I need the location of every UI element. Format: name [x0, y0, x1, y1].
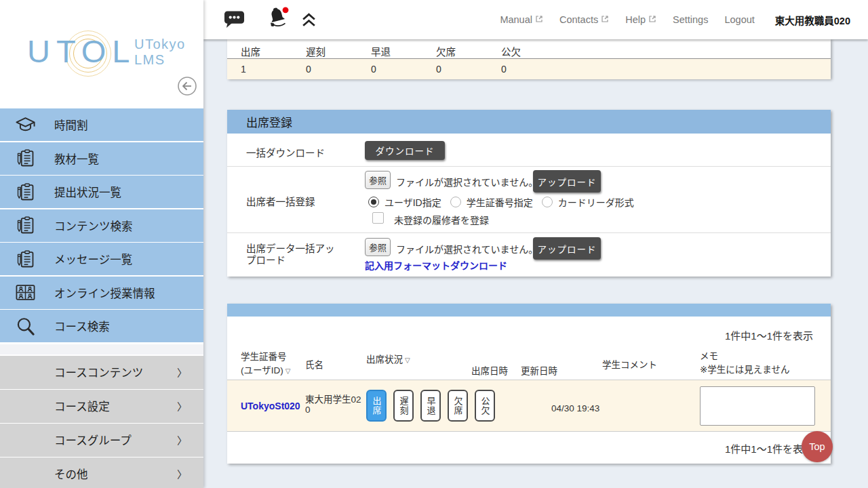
- sidebar-item-course-search[interactable]: コース検索: [0, 310, 203, 342]
- register-unenrolled-label: 未登録の履修者を登録: [394, 213, 489, 226]
- help-link[interactable]: Help: [625, 14, 656, 25]
- sidebar-item-online-class-info[interactable]: オンライン授業情報: [0, 277, 203, 309]
- utol-logo: UTOL UTokyo LMS: [0, 0, 203, 107]
- manual-link[interactable]: Manual: [500, 14, 543, 25]
- help-link-label: Help: [625, 14, 646, 25]
- sidebar-item-message-list[interactable]: メッセージ一覧: [0, 243, 203, 275]
- sidebar-item-label: オンライン授業情報: [54, 285, 155, 301]
- update-timestamp: 04/30 19:43: [551, 403, 606, 413]
- radio-unselected-icon: [450, 197, 461, 207]
- attendee-bulk-register-label: 出席者一括登録: [246, 194, 315, 208]
- radio-user-id[interactable]: ユーザID指定: [368, 195, 441, 209]
- sidebar-group-course-group[interactable]: コースグループ 〉: [0, 424, 203, 457]
- chevron-right-icon: 〉: [177, 433, 187, 447]
- radio-unselected-icon: [542, 197, 553, 207]
- memo-textarea[interactable]: [700, 386, 815, 426]
- sidebar-item-materials[interactable]: 教材一覧: [0, 142, 203, 175]
- row-divider: [227, 166, 831, 167]
- summary-header-late: 遅刻: [306, 44, 326, 58]
- attendance-registration-section: 出席登録 一括ダウンロード ダウンロード 出席者一括登録 参照 ファイルが選択さ…: [227, 110, 831, 277]
- messages-button[interactable]: [224, 9, 245, 30]
- upload-attendance-data-button[interactable]: アップロード: [533, 237, 601, 260]
- column-header-memo: メモ ※学生には見えません: [700, 348, 789, 375]
- clipboard-icon: [14, 249, 37, 270]
- status-button-absent[interactable]: 欠席: [448, 390, 468, 422]
- summary-value-present: 1: [241, 64, 246, 75]
- summary-header-absent: 欠席: [436, 44, 456, 58]
- search-icon: [14, 315, 37, 338]
- format-download-link[interactable]: 記入用フォーマットダウンロード: [365, 258, 507, 272]
- notifications-button[interactable]: [266, 5, 292, 33]
- bulk-download-label: 一括ダウンロード: [246, 145, 325, 159]
- chevron-right-icon: 〉: [177, 467, 187, 481]
- id-format-radio-group: ユーザID指定 学生証番号指定 カードリーダ形式: [368, 195, 634, 209]
- chevron-right-icon: 〉: [177, 365, 187, 380]
- contacts-link[interactable]: Contacts: [559, 14, 609, 25]
- radio-label: 学生証番号指定: [467, 195, 533, 209]
- register-unenrolled-checkbox[interactable]: [372, 212, 384, 224]
- radio-selected-icon: [368, 197, 379, 207]
- scroll-to-top-button[interactable]: Top: [802, 431, 833, 462]
- summary-header-present: 出席: [241, 44, 260, 58]
- status-button-early-leave[interactable]: 早退: [420, 390, 441, 422]
- sidebar-item-label: コンテンツ検索: [54, 218, 133, 234]
- summary-header-early-leave: 早退: [371, 44, 391, 58]
- sidebar-item-content-search[interactable]: コンテンツ検索: [0, 209, 203, 242]
- table-row: UTokyoSt020 東大用学生020 出席 遅刻 早退 欠席 公欠 04/3…: [227, 380, 831, 432]
- sidebar-group-course-contents[interactable]: コースコンテンツ 〉: [0, 356, 203, 389]
- radio-card-reader-format[interactable]: カードリーダ形式: [542, 195, 634, 209]
- logout-link[interactable]: Logout: [724, 14, 754, 25]
- sidebar-item-timetable[interactable]: 時間割: [0, 108, 203, 141]
- summary-value-excused: 0: [501, 64, 507, 75]
- column-header-student-comment: 学生コメント: [602, 357, 657, 371]
- summary-value-early-leave: 0: [371, 64, 376, 75]
- column-header-attend-time: 出席日時: [471, 363, 508, 377]
- sidebar-item-label: 時間割: [54, 117, 88, 133]
- sidebar-group-course-settings[interactable]: コース設定 〉: [0, 390, 203, 423]
- column-header-name: 氏名: [305, 357, 323, 371]
- status-button-late[interactable]: 遅刻: [393, 390, 414, 422]
- column-header-status[interactable]: 出席状況▽: [366, 352, 410, 365]
- sidebar-nav: 時間割 教材一覧 提出状況一覧 コンテンツ検索: [0, 108, 203, 342]
- sidebar-group-label: その他: [54, 466, 88, 482]
- utol-lms-screen: UTOL UTokyo LMS 時間割 教材一覧: [0, 0, 868, 488]
- browse-file-button[interactable]: 参照: [365, 171, 391, 189]
- settings-link-label: Settings: [673, 14, 708, 25]
- attendance-data-upload-label: 出席データ一括アップロード: [246, 243, 341, 266]
- logo-text: UTOL: [27, 33, 136, 70]
- result-count-text: 1件中1〜1件を表示: [725, 328, 813, 342]
- logo-subtext-line2: LMS: [134, 52, 186, 68]
- logout-link-label: Logout: [724, 14, 754, 25]
- download-button[interactable]: ダウンロード: [365, 141, 445, 160]
- clipboard-icon: [14, 148, 37, 169]
- chevron-right-icon: 〉: [177, 399, 187, 413]
- sort-down-icon: ▽: [285, 367, 291, 375]
- external-link-icon: [535, 14, 543, 25]
- radio-label: カードリーダ形式: [558, 195, 634, 209]
- student-id-link[interactable]: UTokyoSt020: [241, 401, 300, 411]
- status-button-excused[interactable]: 公欠: [475, 390, 495, 422]
- result-count-text-footer: 1件中1〜1件を表示: [725, 441, 813, 455]
- upload-attendees-button[interactable]: アップロード: [533, 170, 601, 192]
- manual-link-label: Manual: [500, 14, 532, 25]
- attendance-summary-table: 出席 遅刻 早退 欠席 公欠 1 0 0 0 0: [227, 39, 831, 79]
- radio-student-card-number[interactable]: 学生証番号指定: [450, 195, 533, 209]
- graduation-cap-icon: [14, 114, 37, 136]
- sidebar-group-label: コースコンテンツ: [54, 364, 143, 380]
- sidebar-item-label: 提出状況一覧: [54, 184, 121, 200]
- browse-file-button[interactable]: 参照: [365, 238, 391, 256]
- online-class-icon: [14, 281, 37, 304]
- clipboard-icon: [14, 182, 37, 203]
- status-button-present[interactable]: 出席: [366, 390, 387, 422]
- topbar-links: Manual Contacts Help Settings Logout 東大用…: [500, 0, 850, 39]
- sidebar-group-label: コースグループ: [54, 432, 132, 448]
- sidebar-group-others[interactable]: その他 〉: [0, 458, 203, 488]
- column-header-student-id[interactable]: 学生証番号 (ユーザID)▽: [241, 349, 290, 376]
- sidebar-item-label: コース検索: [54, 318, 110, 334]
- settings-link[interactable]: Settings: [673, 14, 708, 25]
- sidebar-collapse-button[interactable]: [176, 76, 198, 98]
- collapse-topbar-button[interactable]: [300, 12, 317, 30]
- attendance-list-section: 1件中1〜1件を表示 学生証番号 (ユーザID)▽ 氏名 出席状況▽ 出席日時 …: [227, 304, 831, 464]
- sidebar-item-submission-status[interactable]: 提出状況一覧: [0, 176, 203, 208]
- section-header: 出席登録: [227, 110, 831, 134]
